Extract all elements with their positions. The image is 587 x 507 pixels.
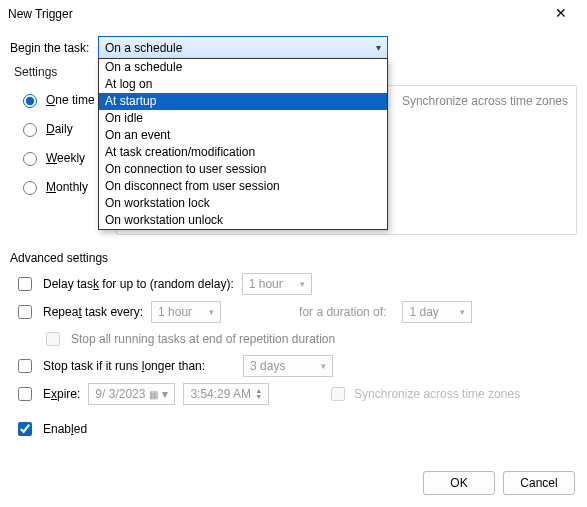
radio-weekly-label: Weekly [46, 151, 85, 165]
delay-row: Delay task for up to (random delay): 1 h… [10, 273, 577, 295]
repeat-duration-value: 1 day [409, 305, 438, 319]
dropdown-option[interactable]: On connection to user session [99, 161, 387, 178]
dropdown-option[interactable]: At startup [99, 93, 387, 110]
radio-one-time-input[interactable] [23, 94, 37, 108]
repeat-interval-value: 1 hour [158, 305, 192, 319]
expire-label: Expire: [43, 387, 80, 401]
stop-all-checkbox [46, 332, 60, 346]
stop-if-checkbox[interactable] [18, 359, 32, 373]
begin-task-value: On a schedule [105, 41, 182, 55]
radio-daily-input[interactable] [23, 123, 37, 137]
expire-sync-checkbox [331, 387, 345, 401]
window-title: New Trigger [8, 7, 73, 21]
dropdown-option[interactable]: On workstation unlock [99, 212, 387, 229]
chevron-down-icon: ▾ [376, 42, 381, 53]
chevron-down-icon: ▾ [460, 307, 465, 317]
calendar-icon: ▦ [149, 389, 158, 400]
expire-time-value: 3:54:29 AM [190, 387, 251, 401]
begin-task-selected[interactable]: On a schedule ▾ [98, 36, 388, 59]
expire-checkbox[interactable] [18, 387, 32, 401]
close-button[interactable]: ✕ [543, 2, 579, 26]
expire-row: Expire: 9/ 3/2023 ▦ ▾ 3:54:29 AM ▲▼ Sync… [10, 383, 577, 405]
expire-sync-label: Synchronize across time zones [354, 387, 520, 401]
stop-if-value: 3 days [250, 359, 285, 373]
dropdown-option[interactable]: On workstation lock [99, 195, 387, 212]
enabled-label: Enabled [43, 422, 87, 436]
dropdown-option[interactable]: On a schedule [99, 59, 387, 76]
delay-combo[interactable]: 1 hour ▾ [242, 273, 312, 295]
begin-task-label: Begin the task: [10, 41, 90, 55]
chevron-down-icon: ▾ [162, 387, 168, 401]
dropdown-option[interactable]: On an event [99, 127, 387, 144]
radio-weekly[interactable]: Weekly [18, 149, 106, 166]
radio-daily-label: Daily [46, 122, 73, 136]
stop-if-combo[interactable]: 3 days ▾ [243, 355, 333, 377]
begin-task-dropdown: On a scheduleAt log onAt startupOn idleO… [98, 58, 388, 230]
stop-all-label: Stop all running tasks at end of repetit… [71, 332, 335, 346]
repeat-duration-combo[interactable]: 1 day ▾ [402, 301, 472, 323]
repeat-checkbox[interactable] [18, 305, 32, 319]
advanced-settings-label: Advanced settings [10, 251, 577, 265]
expire-date-value: 9/ 3/2023 [95, 387, 145, 401]
dropdown-option[interactable]: On disconnect from user session [99, 178, 387, 195]
repeat-duration-label: for a duration of: [299, 305, 386, 319]
enabled-checkbox[interactable] [18, 422, 32, 436]
enabled-row: Enabled [10, 419, 577, 439]
sync-timezones-label: Synchronize across time zones [402, 94, 568, 108]
delay-checkbox[interactable] [18, 277, 32, 291]
expire-time-picker[interactable]: 3:54:29 AM ▲▼ [183, 383, 269, 405]
frequency-radio-group: One time Daily Weekly Monthly [10, 85, 106, 235]
dialog-footer: OK Cancel [423, 471, 575, 495]
radio-weekly-input[interactable] [23, 152, 37, 166]
cancel-button[interactable]: Cancel [503, 471, 575, 495]
dropdown-option[interactable]: On idle [99, 110, 387, 127]
spinner-icon: ▲▼ [255, 388, 262, 400]
delay-label: Delay task for up to (random delay): [43, 277, 234, 291]
repeat-row: Repeat task every: 1 hour ▾ for a durati… [10, 301, 577, 323]
chevron-down-icon: ▾ [209, 307, 214, 317]
stop-if-label: Stop task if it runs longer than: [43, 359, 205, 373]
stop-all-row: Stop all running tasks at end of repetit… [38, 329, 577, 349]
stop-if-row: Stop task if it runs longer than: 3 days… [10, 355, 577, 377]
dropdown-option[interactable]: At log on [99, 76, 387, 93]
repeat-interval-combo[interactable]: 1 hour ▾ [151, 301, 221, 323]
expire-date-picker[interactable]: 9/ 3/2023 ▦ ▾ [88, 383, 175, 405]
radio-one-time-label: One time [46, 93, 95, 107]
chevron-down-icon: ▾ [321, 361, 326, 371]
radio-one-time[interactable]: One time [18, 91, 106, 108]
radio-monthly-label: Monthly [46, 180, 88, 194]
radio-monthly-input[interactable] [23, 181, 37, 195]
delay-value: 1 hour [249, 277, 283, 291]
begin-task-combo[interactable]: On a schedule ▾ On a scheduleAt log onAt… [98, 36, 388, 59]
radio-daily[interactable]: Daily [18, 120, 106, 137]
ok-button[interactable]: OK [423, 471, 495, 495]
chevron-down-icon: ▾ [300, 279, 305, 289]
radio-monthly[interactable]: Monthly [18, 178, 106, 195]
title-bar: New Trigger ✕ [0, 0, 587, 28]
repeat-label: Repeat task every: [43, 305, 143, 319]
expire-sync-group: Synchronize across time zones [327, 384, 520, 404]
dropdown-option[interactable]: At task creation/modification [99, 144, 387, 161]
